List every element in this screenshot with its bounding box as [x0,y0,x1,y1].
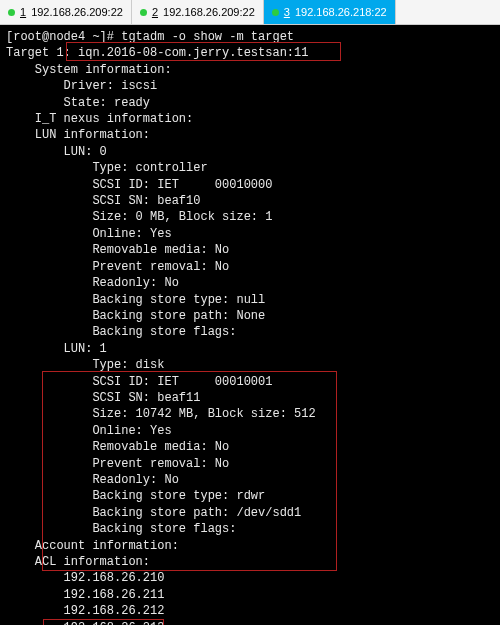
terminal-output[interactable]: [root@node4 ~]# tgtadm -o show -m target… [0,25,500,625]
command-text: tgtadm -o show -m target [121,30,294,44]
tab-number: 1 [20,6,26,18]
line: Readonly: No [6,473,179,487]
line: Account information: [6,539,179,553]
tab-label: 192.168.26.209:22 [163,6,255,18]
tab-label: 192.168.26.209:22 [31,6,123,18]
line: Removable media: No [6,243,229,257]
app-window: 1 192.168.26.209:22 2 192.168.26.209:22 … [0,0,500,625]
tab-1[interactable]: 1 192.168.26.209:22 [0,0,132,24]
line: System information: [6,63,172,77]
line: SCSI SN: beaf11 [6,391,200,405]
line: LUN: 0 [6,145,107,159]
line: 192.168.26.212 [6,604,164,618]
line: Prevent removal: No [6,260,229,274]
tab-2[interactable]: 2 192.168.26.209:22 [132,0,264,24]
line: SCSI SN: beaf10 [6,194,200,208]
line: 192.168.26.210 [6,571,164,585]
status-dot-icon [140,9,147,16]
line: Type: disk [6,358,164,372]
line: Backing store type: rdwr [6,489,265,503]
line: Readonly: No [6,276,179,290]
line: LUN: 1 [6,342,107,356]
tab-number: 2 [152,6,158,18]
line: Online: Yes [6,424,172,438]
line: Size: 0 MB, Block size: 1 [6,210,272,224]
line: Backing store flags: [6,522,236,536]
tab-3[interactable]: 3 192.168.26.218:22 [264,0,396,24]
line: Type: controller [6,161,208,175]
line: Removable media: No [6,440,229,454]
line: Backing store path: /dev/sdd1 [6,506,301,520]
status-dot-icon [272,9,279,16]
tab-number: 3 [284,6,290,18]
line: 192.168.26.211 [6,588,164,602]
line: Backing store path: None [6,309,265,323]
line: Online: Yes [6,227,172,241]
line: State: ready [6,96,150,110]
line: Driver: iscsi [6,79,157,93]
target-line: Target 1: iqn.2016-08-com.jerry.testsan:… [6,46,308,60]
line: I_T nexus information: [6,112,193,126]
line: SCSI ID: IET 00010000 [6,178,272,192]
status-dot-icon [8,9,15,16]
line: Size: 10742 MB, Block size: 512 [6,407,316,421]
line: LUN information: [6,128,150,142]
line: 192.168.26.213 [6,621,164,625]
line: SCSI ID: IET 00010001 [6,375,272,389]
shell-prompt: [root@node4 ~]# [6,30,121,44]
line: Backing store type: null [6,293,265,307]
tab-bar: 1 192.168.26.209:22 2 192.168.26.209:22 … [0,0,500,25]
line: Backing store flags: [6,325,236,339]
line: ACL information: [6,555,150,569]
tab-label: 192.168.26.218:22 [295,6,387,18]
line: Prevent removal: No [6,457,229,471]
